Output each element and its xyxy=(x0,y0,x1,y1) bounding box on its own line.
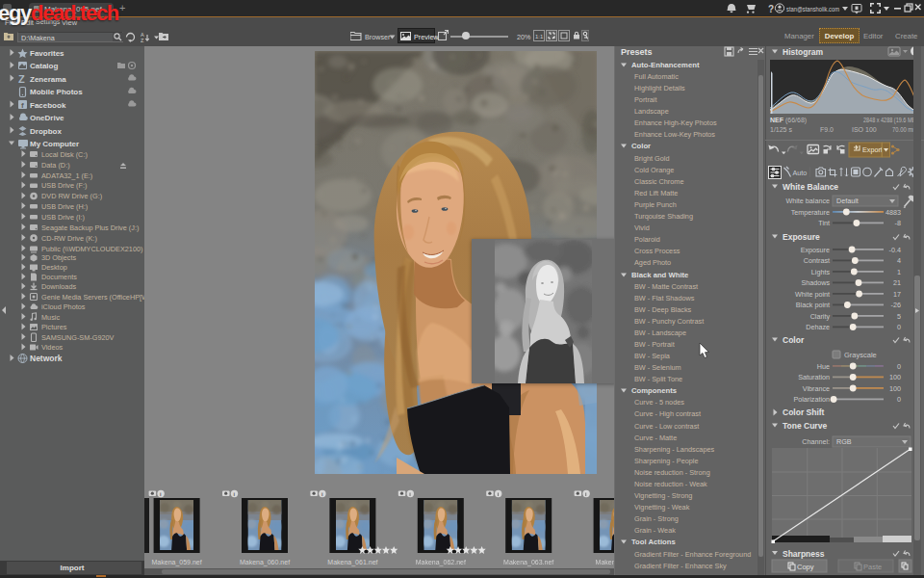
svg-text:Makena_062.nef: Makena_062.nef xyxy=(416,559,466,566)
svg-text:Clarity: Clarity xyxy=(810,312,831,321)
svg-text:Network: Network xyxy=(30,354,63,363)
svg-text:USB Drive (I:): USB Drive (I:) xyxy=(41,213,85,222)
svg-text:Zenerama: Zenerama xyxy=(30,75,66,84)
svg-text:Color: Color xyxy=(631,142,651,150)
svg-text:Videos: Videos xyxy=(41,343,64,352)
svg-text:Shadows: Shadows xyxy=(801,278,830,287)
svg-text:stan@stansholik.com: stan@stansholik.com xyxy=(786,5,839,13)
svg-text:100: 100 xyxy=(889,373,901,381)
svg-text:4: 4 xyxy=(897,256,901,265)
svg-text:BW - Matte Contrast: BW - Matte Contrast xyxy=(634,282,698,291)
svg-text:Cross Process: Cross Process xyxy=(634,247,680,255)
svg-text:Favorites: Favorites xyxy=(30,49,64,58)
svg-text:Tone Curve: Tone Curve xyxy=(783,421,827,431)
svg-text:Desktop: Desktop xyxy=(41,263,67,272)
svg-text:Dropbox: Dropbox xyxy=(30,127,62,136)
svg-text:(66/68): (66/68) xyxy=(785,117,807,124)
svg-text:Channel:: Channel: xyxy=(802,437,830,446)
svg-text:Seagate Backup Plus Drive (J:): Seagate Backup Plus Drive (J:) xyxy=(41,223,139,232)
svg-text:Z: Z xyxy=(18,73,25,85)
svg-text:100: 100 xyxy=(889,384,901,393)
svg-text:Sharpening - People: Sharpening - People xyxy=(634,457,699,465)
svg-text:Noise reduction - Weak: Noise reduction - Weak xyxy=(634,480,707,488)
svg-text:Full Automatic: Full Automatic xyxy=(634,72,679,81)
svg-text:Vignetting - Weak: Vignetting - Weak xyxy=(634,503,690,512)
svg-text:Sharpness: Sharpness xyxy=(783,549,825,559)
svg-text:Curve - 5 nodes: Curve - 5 nodes xyxy=(634,398,684,407)
svg-text:5: 5 xyxy=(897,312,901,321)
svg-text:Auto: Auto xyxy=(793,169,808,177)
svg-text:ISO 100: ISO 100 xyxy=(852,126,877,133)
svg-text:1:1: 1:1 xyxy=(535,34,544,39)
svg-text:USB Drive (H:): USB Drive (H:) xyxy=(41,202,88,211)
svg-text:Cold Orange: Cold Orange xyxy=(634,166,674,174)
svg-text:White Balance: White Balance xyxy=(783,182,838,192)
svg-text:Turqouise Shading: Turqouise Shading xyxy=(634,212,693,221)
svg-text:Documents: Documents xyxy=(41,273,77,281)
svg-text:0: 0 xyxy=(897,323,901,331)
svg-text:White point: White point xyxy=(795,290,830,299)
svg-text:4883: 4883 xyxy=(886,208,901,217)
svg-text:BW - Sepia: BW - Sepia xyxy=(634,352,671,360)
svg-text:0: 0 xyxy=(897,395,901,404)
svg-text:1: 1 xyxy=(897,268,901,276)
svg-text:Mobile Photos: Mobile Photos xyxy=(30,88,83,96)
svg-text:USB Drive (F:): USB Drive (F:) xyxy=(41,181,87,190)
svg-text:Copy: Copy xyxy=(797,563,814,571)
svg-text:Genie Media Servers (OfficeHP[: Genie Media Servers (OfficeHP[Windo... xyxy=(41,293,144,302)
svg-text:RGB: RGB xyxy=(836,437,852,446)
svg-text:Downloads: Downloads xyxy=(41,282,76,291)
svg-text:Makena_0: Makena_0 xyxy=(596,559,614,566)
svg-text:Vivid: Vivid xyxy=(634,223,650,232)
svg-text:-26: -26 xyxy=(891,301,901,309)
svg-text:Noise reduction - Strong: Noise reduction - Strong xyxy=(634,468,710,477)
svg-text:Purple Punch: Purple Punch xyxy=(634,200,677,209)
svg-text:-0.4: -0.4 xyxy=(889,246,901,254)
svg-text:21: 21 xyxy=(893,278,901,287)
svg-text:White balance: White balance xyxy=(785,197,830,205)
svg-text:Vibrance: Vibrance xyxy=(803,384,830,393)
svg-text:BW - Flat Shadows: BW - Flat Shadows xyxy=(634,294,695,302)
svg-text:CD-RW Drive (K:): CD-RW Drive (K:) xyxy=(41,234,97,243)
svg-text:Curve - Low contrast: Curve - Low contrast xyxy=(634,422,699,431)
svg-text:1/125 s: 1/125 s xyxy=(770,126,792,133)
svg-text:Curve - Matte: Curve - Matte xyxy=(634,434,677,442)
svg-text:Sharpening - Landscapes: Sharpening - Landscapes xyxy=(634,445,715,454)
svg-text:BW - Landscape: BW - Landscape xyxy=(634,328,686,337)
svg-text:Makena_059.nef: Makena_059.nef xyxy=(152,559,202,566)
svg-text:Makena_061.nef: Makena_061.nef xyxy=(327,559,377,566)
svg-text:Aged Photo: Aged Photo xyxy=(634,258,671,267)
svg-text:OneDrive: OneDrive xyxy=(30,114,64,122)
svg-text:Lights: Lights xyxy=(811,268,831,276)
svg-text:Exposure: Exposure xyxy=(801,246,830,254)
svg-text:Auto-Enhancement: Auto-Enhancement xyxy=(631,61,700,69)
svg-text:DVD RW Drive (G:): DVD RW Drive (G:) xyxy=(41,192,102,200)
svg-text:Hue: Hue xyxy=(817,362,830,371)
svg-text:My Computer: My Computer xyxy=(30,140,79,148)
svg-text:Export: Export xyxy=(862,145,883,154)
svg-text:Grayscale: Grayscale xyxy=(844,351,877,359)
svg-text:2848 x 4288 (19.6 MB): 2848 x 4288 (19.6 MB) xyxy=(863,117,917,124)
svg-text:-8: -8 xyxy=(895,219,901,227)
svg-text:Histogram: Histogram xyxy=(783,47,823,57)
svg-text:Grain - Weak: Grain - Weak xyxy=(634,526,676,535)
svg-text:Gradient Filter - Enhance Fore: Gradient Filter - Enhance Foreground xyxy=(634,550,751,559)
svg-text:Pictures: Pictures xyxy=(41,323,67,331)
svg-text:Exposure: Exposure xyxy=(783,232,820,242)
svg-text:Data (D:): Data (D:) xyxy=(41,161,70,170)
svg-text:0: 0 xyxy=(897,362,901,371)
svg-text:Facebook: Facebook xyxy=(30,101,66,110)
svg-text:Makena_063.nef: Makena_063.nef xyxy=(503,559,553,566)
svg-text:Tint: Tint xyxy=(818,219,830,227)
svg-text:Dehaze: Dehaze xyxy=(806,323,830,331)
svg-text:Color: Color xyxy=(783,335,805,345)
svg-text:SAMSUNG-SM-G920V: SAMSUNG-SM-G920V xyxy=(41,333,115,342)
svg-text:Enhance Low-Key Photos: Enhance Low-Key Photos xyxy=(634,130,715,139)
svg-text:3D Objects: 3D Objects xyxy=(41,253,76,262)
svg-text:Landscape: Landscape xyxy=(634,107,669,116)
svg-text:Presets: Presets xyxy=(621,47,653,57)
svg-text:ADATA32_1 (E:): ADATA32_1 (E:) xyxy=(41,171,92,180)
svg-text:BW - Selenium: BW - Selenium xyxy=(634,363,681,372)
svg-text:Black and White: Black and White xyxy=(631,271,689,279)
svg-text:f: f xyxy=(21,101,24,110)
